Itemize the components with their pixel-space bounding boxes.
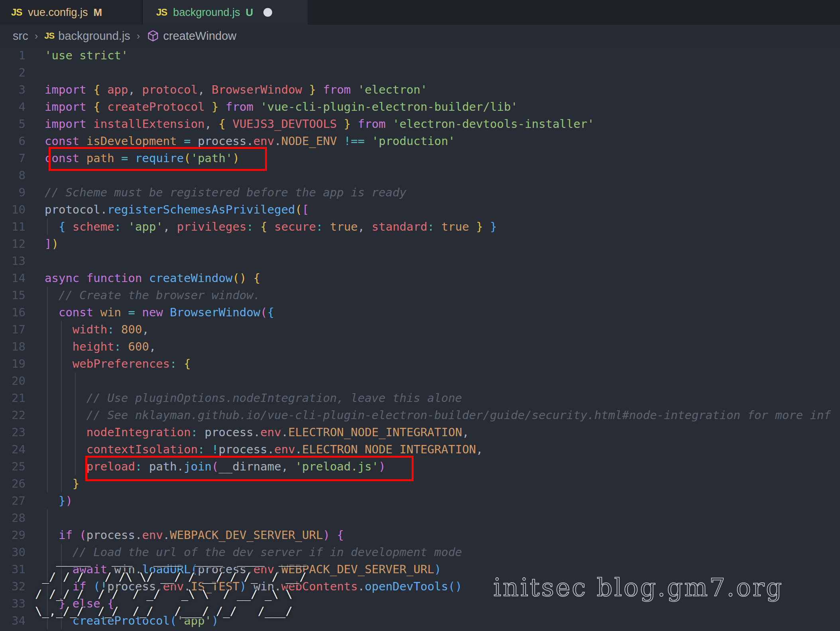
code-line[interactable]: 7const path = require('path') [0,150,840,167]
code-line-content: if (process.env.WEBPACK_DEV_SERVER_URL) … [45,527,344,544]
unsaved-changes-dot-icon[interactable] [263,8,272,17]
code-line[interactable]: 17 width: 800, [0,321,840,338]
line-number: 21 [0,390,26,407]
git-modified-badge: M [93,6,102,19]
line-number: 20 [0,372,26,390]
line-number: 9 [0,184,26,201]
code-line[interactable]: 10protocol.registerSchemesAsPrivileged([ [0,201,840,218]
indent-guide [61,372,62,390]
line-number: 23 [0,424,26,441]
code-line[interactable]: 13 [0,253,840,270]
code-line[interactable]: 24 contextIsolation: !process.env.ELECTR… [0,441,840,458]
line-number: 30 [0,544,26,561]
code-line-content: if (!process.env.IS_TEST) win.webContent… [45,578,462,595]
line-number: 6 [0,133,26,150]
line-number: 15 [0,287,26,304]
line-number: 28 [0,510,26,527]
line-number: 32 [0,578,26,595]
code-line[interactable]: 16 const win = new BrowserWindow({ [0,304,840,321]
git-untracked-badge: U [245,6,253,19]
javascript-file-icon: JS [156,7,167,18]
code-line[interactable]: 23 nodeIntegration: process.env.ELECTRON… [0,424,840,441]
code-line[interactable]: 4import { createProtocol } from 'vue-cli… [0,98,840,116]
line-number: 33 [0,595,26,612]
code-line[interactable]: 29 if (process.env.WEBPACK_DEV_SERVER_UR… [0,527,840,544]
code-line-content: { scheme: 'app', privileges: { secure: t… [45,218,497,235]
code-line[interactable]: 14async function createWindow() { [0,270,840,287]
code-line-content: import { createProtocol } from 'vue-cli-… [45,98,518,116]
code-line[interactable]: 12]) [0,235,840,253]
line-number: 31 [0,561,26,578]
tab-vue-config-js[interactable]: JS vue.config.js M [0,0,143,25]
code-line[interactable]: 19 webPreferences: { [0,355,840,372]
code-line-content: webPreferences: { [45,355,191,372]
chevron-right-icon: › [35,30,38,42]
code-editor[interactable]: 1'use strict'23import { app, protocol, B… [0,47,840,629]
line-number: 5 [0,116,26,133]
code-line[interactable]: 30 // Load the url of the dev server if … [0,544,840,561]
code-line-content: const win = new BrowserWindow({ [45,304,274,321]
code-line-content: ]) [45,235,59,253]
code-line[interactable]: 3import { app, protocol, BrowserWindow }… [0,81,840,98]
code-line[interactable]: 1'use strict' [0,47,840,64]
indent-guide [75,372,76,390]
code-line[interactable]: 34 createProtocol('app') [0,612,840,629]
code-line[interactable]: 15 // Create the browser window. [0,287,840,304]
line-number: 1 [0,47,26,64]
line-number: 17 [0,321,26,338]
code-line[interactable]: 28 [0,510,840,527]
line-number: 26 [0,475,26,492]
line-number: 4 [0,98,26,116]
line-number: 29 [0,527,26,544]
code-line[interactable]: 6const isDevelopment = process.env.NODE_… [0,133,840,150]
code-line[interactable]: 31 await win.loadURL(process.env.WEBPACK… [0,561,840,578]
line-number: 27 [0,492,26,510]
code-line-content: import installExtension, { VUEJS3_DEVTOO… [45,116,594,133]
code-line-content: height: 600, [45,338,156,355]
line-number: 10 [0,201,26,218]
code-line[interactable]: 8 [0,167,840,184]
code-line[interactable]: 32 if (!process.env.IS_TEST) win.webCont… [0,578,840,595]
line-number: 18 [0,338,26,355]
line-number: 7 [0,150,26,167]
code-line-content: width: 800, [45,321,149,338]
line-number: 34 [0,612,26,629]
code-line[interactable]: 27 }) [0,492,840,510]
indent-guide [47,372,48,390]
code-line[interactable]: 26 } [0,475,840,492]
tab-background-js[interactable]: JS background.js U [143,0,308,25]
breadcrumb-symbol[interactable]: createWindow [163,29,237,43]
code-line-content: async function createWindow() { [45,270,260,287]
code-line-content: }) [45,492,73,510]
code-line-content: 'use strict' [45,47,128,64]
breadcrumb: src › JS background.js › createWindow [0,25,840,47]
line-number: 25 [0,458,26,475]
code-line[interactable]: 22 // See nklayman.github.io/vue-cli-plu… [0,407,840,424]
code-line-content: nodeIntegration: process.env.ELECTRON_NO… [45,424,469,441]
chevron-right-icon: › [137,30,140,42]
code-line-content: } else { [45,595,114,612]
code-line-content: // See nklayman.github.io/vue-cli-plugin… [45,407,831,424]
code-line[interactable]: 20 [0,372,840,390]
code-line[interactable]: 21 // Use pluginOptions.nodeIntegration,… [0,390,840,407]
javascript-file-icon: JS [44,31,54,41]
code-line[interactable]: 33 } else { [0,595,840,612]
code-line[interactable]: 18 height: 600, [0,338,840,355]
line-number: 3 [0,81,26,98]
line-number: 2 [0,64,26,81]
code-line-content: contextIsolation: !process.env.ELECTRON_… [45,441,483,458]
tab-label: background.js [173,6,240,19]
code-line-content: // Create the browser window. [45,287,260,304]
code-line[interactable]: 2 [0,64,840,81]
code-line[interactable]: 11 { scheme: 'app', privileges: { secure… [0,218,840,235]
code-line[interactable]: 5import installExtension, { VUEJS3_DEVTO… [0,116,840,133]
line-number: 13 [0,253,26,270]
symbol-cube-icon [147,29,159,42]
code-lines: 1'use strict'23import { app, protocol, B… [0,47,840,629]
code-line[interactable]: 9// Scheme must be registered before the… [0,184,840,201]
vscode-editor-window: JS vue.config.js M JS background.js U sr… [0,0,840,631]
code-line[interactable]: 25 preload: path.join(__dirname, 'preloa… [0,458,840,475]
code-line-content: preload: path.join(__dirname, 'preload.j… [45,458,386,475]
breadcrumb-src[interactable]: src [13,29,28,43]
breadcrumb-file[interactable]: background.js [58,29,130,43]
